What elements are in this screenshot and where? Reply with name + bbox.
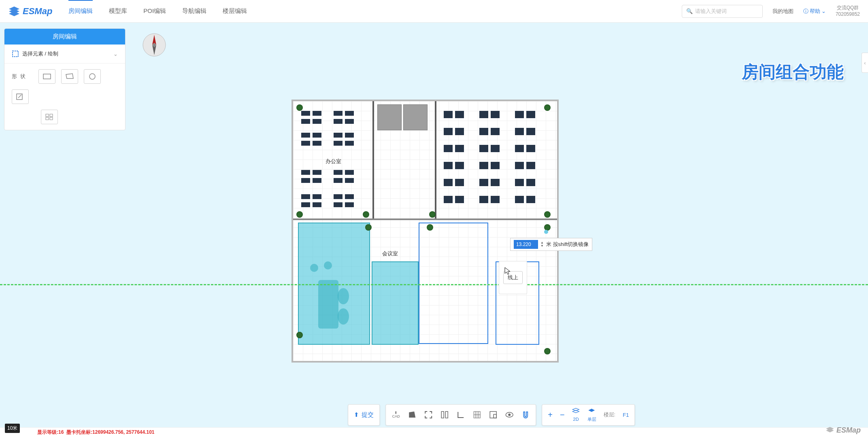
desk — [515, 196, 524, 203]
tab-nav-edit[interactable]: 导航编辑 — [182, 1, 206, 21]
search-input[interactable]: 🔍 请输入关键词 — [682, 5, 763, 18]
feature-title: 房间组合功能 — [742, 61, 844, 83]
mirror-button[interactable] — [440, 410, 449, 419]
desk — [515, 162, 524, 169]
fixture — [377, 104, 402, 130]
desk — [334, 141, 343, 146]
plant-icon — [363, 211, 369, 218]
header: ESMap 房间编辑 模型库 POI编辑 导航编辑 楼层编辑 🔍 请输入关键词 … — [0, 0, 868, 23]
plant-icon — [427, 224, 433, 231]
svg-rect-10 — [318, 280, 338, 329]
desk — [345, 194, 354, 199]
scale-badge: 10米 — [5, 424, 20, 433]
header-right: 🔍 请输入关键词 我的地图 ⓘ 帮助 ⌄ 交流QQ群 702059852 — [682, 5, 860, 18]
desk — [444, 111, 453, 118]
compass[interactable] — [142, 32, 167, 57]
magnet-button[interactable] — [521, 410, 530, 419]
shape-polygon[interactable] — [61, 69, 78, 84]
zoom-out-button[interactable]: − — [560, 410, 565, 420]
tools-group: ⬆CAD — [385, 404, 536, 426]
right-panel-toggle[interactable]: ‹ — [862, 53, 868, 73]
plant-icon — [296, 104, 303, 111]
plant-icon — [544, 348, 551, 354]
desk — [479, 162, 488, 169]
tab-model-lib[interactable]: 模型库 — [109, 1, 127, 21]
tab-room-edit[interactable]: 房间编辑 — [68, 0, 93, 21]
shape-draw[interactable] — [12, 89, 29, 104]
view-group: + − 2D 单层 楼层: F1 — [542, 404, 635, 426]
wall — [372, 101, 374, 218]
shape-circle[interactable] — [84, 69, 101, 84]
floor-value[interactable]: F1 — [623, 412, 629, 418]
floorplan[interactable]: 办公室 会议室 — [291, 100, 559, 363]
desk — [526, 179, 535, 186]
desk — [313, 202, 321, 207]
panel-title: 房间编辑 — [4, 29, 125, 45]
tab-poi-edit[interactable]: POI编辑 — [143, 1, 166, 21]
shapes-label: 形状 — [12, 73, 29, 80]
my-maps-link[interactable]: 我的地图 — [772, 8, 794, 15]
tab-floor-edit[interactable]: 楼层编辑 — [223, 1, 247, 21]
svg-rect-15 — [441, 412, 444, 418]
plant-icon — [429, 211, 436, 218]
help-icon: ⓘ — [803, 8, 808, 15]
shape-rectangle[interactable] — [38, 69, 55, 84]
room-label-office: 办公室 — [326, 158, 341, 165]
svg-point-13 — [338, 288, 349, 304]
desk — [444, 179, 453, 186]
spinner[interactable]: ▲▼ — [540, 241, 544, 248]
marker-icon — [544, 230, 548, 234]
svg-point-2 — [89, 74, 95, 79]
chevron-down-icon: ⌄ — [821, 8, 826, 14]
polygon-tool[interactable] — [408, 410, 417, 419]
desk — [444, 196, 453, 203]
desk — [491, 196, 500, 203]
logo[interactable]: ESMap — [8, 6, 52, 17]
desk — [301, 119, 310, 124]
fullscreen-button[interactable] — [424, 410, 433, 419]
desk — [301, 141, 310, 146]
desk — [515, 111, 524, 118]
horizontal-guide — [0, 284, 868, 285]
draw-rect[interactable] — [419, 223, 488, 344]
help-link[interactable]: ⓘ 帮助 ⌄ — [803, 8, 826, 15]
view-2d-button[interactable]: 2D — [572, 408, 580, 422]
svg-rect-5 — [50, 114, 53, 117]
desk — [345, 141, 354, 146]
qq-group: 交流QQ群 702059852 — [836, 5, 860, 17]
zoom-in-button[interactable]: + — [548, 410, 553, 420]
desk — [455, 145, 464, 152]
nav-tabs: 房间编辑 模型库 POI编辑 导航编辑 楼层编辑 — [68, 1, 247, 21]
selected-room[interactable] — [298, 223, 370, 345]
fixture — [403, 104, 428, 130]
room-label-meeting: 会议室 — [382, 250, 398, 257]
single-layer-button[interactable]: 单层 — [587, 408, 596, 422]
visibility-button[interactable] — [505, 410, 514, 419]
desk — [334, 194, 343, 199]
measure-input-box: ▲▼ 米 按shift切换镜像 — [510, 238, 592, 251]
desk — [455, 111, 464, 118]
svg-rect-23 — [494, 414, 496, 418]
desk — [455, 128, 464, 135]
desk — [526, 162, 535, 169]
layout-button[interactable] — [489, 410, 498, 419]
desk — [334, 202, 343, 207]
canvas[interactable]: 办公室 会议室 — [0, 23, 868, 437]
wall — [435, 101, 436, 218]
desk — [526, 196, 535, 203]
grid-button[interactable] — [472, 410, 481, 419]
measure-value-input[interactable] — [514, 240, 538, 249]
submit-button[interactable]: ⬆ 提交 — [354, 411, 374, 419]
desk — [334, 178, 343, 183]
shape-grid[interactable] — [41, 110, 58, 124]
selected-room[interactable] — [372, 261, 419, 345]
svg-rect-0 — [13, 51, 18, 57]
desk — [491, 162, 500, 169]
select-icon — [12, 50, 19, 57]
angle-button[interactable] — [456, 410, 465, 419]
cad-button[interactable]: ⬆CAD — [391, 410, 400, 419]
panel-section-select[interactable]: 选择元素 / 绘制 ⌄ — [4, 45, 125, 64]
desk — [479, 179, 488, 186]
cursor-icon — [504, 267, 511, 277]
logo-text: ESMap — [23, 6, 52, 17]
